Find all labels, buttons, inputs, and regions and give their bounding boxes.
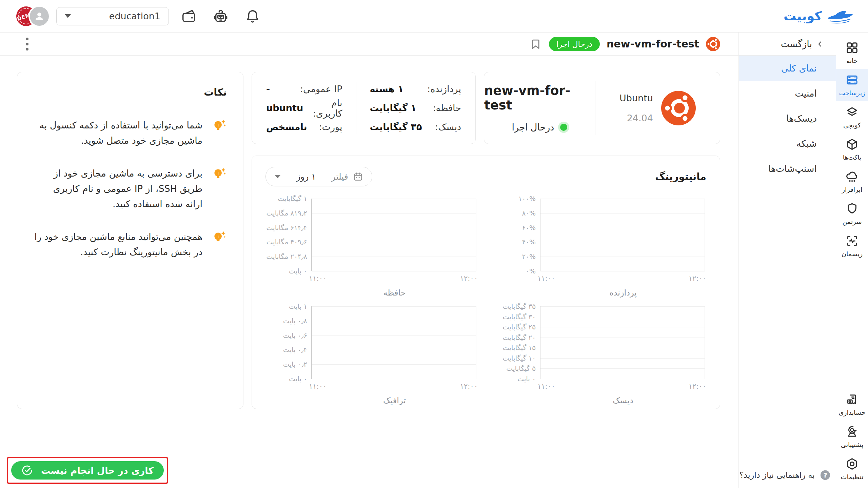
note-item: شما می‌توانید با استفاده از دکمه کنسول ب… bbox=[34, 118, 227, 148]
back-label: بازگشت bbox=[781, 39, 812, 49]
rail-item-label: ریسمان bbox=[842, 250, 863, 258]
gridline bbox=[540, 257, 705, 257]
gridline bbox=[312, 321, 476, 321]
x-tick-label: ۱۱:۰۰ bbox=[537, 382, 555, 390]
y-tick-label: ۴۰% bbox=[522, 238, 536, 246]
rail-item-accounting[interactable]: حسابداری bbox=[836, 388, 868, 421]
notifications-bell-icon[interactable] bbox=[245, 8, 260, 24]
spec-value: ubuntu bbox=[266, 103, 303, 113]
more-options-kebab-icon[interactable] bbox=[24, 36, 31, 53]
y-tick-label: ۱ بایت bbox=[289, 302, 307, 310]
gridline bbox=[312, 364, 476, 365]
rail-item-label: ابرافزار bbox=[842, 186, 862, 193]
rail-item-kubechi[interactable]: کوبچی bbox=[836, 101, 868, 133]
y-tick-label: ۸۱۹٫۲ مگابایت bbox=[266, 209, 307, 217]
rail-item-support[interactable]: پشتیبانی bbox=[836, 421, 868, 453]
y-tick-label: ۴۰۹٫۶ مگابایت bbox=[266, 238, 307, 246]
account-name: education1 bbox=[109, 11, 160, 21]
brand-name: کوبیت bbox=[784, 9, 822, 23]
y-tick-label: ۱۰۰% bbox=[518, 195, 536, 203]
sidebar-item-overview[interactable]: نمای کلی bbox=[739, 56, 836, 81]
monitoring-filter-dropdown[interactable]: فیلتر ۱ روز bbox=[265, 167, 372, 186]
status-toast[interactable]: کاری در حال انجام نیست bbox=[11, 461, 164, 480]
y-tick-label: ۶۰% bbox=[522, 224, 536, 232]
sidebar-item-disks[interactable]: دیسک‌ها bbox=[739, 106, 836, 131]
note-item: همچنین می‌توانید منابع ماشین مجازی خود ر… bbox=[34, 229, 227, 260]
vm-status-label: درحال اجرا bbox=[512, 122, 554, 133]
rail-item-label: باکت‌ها bbox=[843, 154, 862, 161]
y-axis-labels: ۱۰۰%۸۰%۶۰%۴۰%۲۰%۰% bbox=[494, 199, 536, 271]
account-dropdown[interactable]: education1 bbox=[56, 7, 169, 25]
content-area: Ubuntu 24.04 new-vm-for-test درحال اجرا bbox=[0, 56, 738, 488]
rail-item-settings[interactable]: تنظیمات bbox=[836, 453, 868, 485]
spec-value: ۳۵ گیگابایت bbox=[370, 122, 422, 132]
spec-label: IP عمومی: bbox=[300, 84, 342, 94]
cube-icon bbox=[845, 138, 859, 151]
sidebar-item-security[interactable]: امنیت bbox=[739, 81, 836, 106]
gridline bbox=[312, 336, 476, 336]
rail-item-infrastructure[interactable]: زیرساخت bbox=[836, 69, 868, 101]
spec-value: ۱ گیگابایت bbox=[370, 103, 416, 113]
gridline bbox=[540, 317, 705, 317]
spec-row-cpu: پردازنده: ۱ هسته bbox=[370, 84, 461, 94]
chevron-down-icon bbox=[65, 14, 71, 18]
rail-item-abrafzar[interactable]: ابرافزار bbox=[836, 165, 868, 198]
chart-title: ترافیک bbox=[311, 396, 478, 405]
chevron-left-icon bbox=[815, 40, 824, 48]
bookmark-icon[interactable] bbox=[529, 38, 542, 50]
status-badge: درحال اجرا bbox=[549, 37, 600, 51]
spec-row-port: پورت: نامشخص bbox=[266, 122, 342, 132]
sidebar-item-network[interactable]: شبکه bbox=[739, 131, 836, 156]
chart-plot-area bbox=[311, 306, 476, 379]
rail-item-label: سرتمن bbox=[842, 218, 862, 225]
sidebar-menu: بازگشت نمای کلی امنیت دیسک‌ها شبکه اسنپ‌… bbox=[738, 33, 836, 488]
rail-item-certman[interactable]: سرتمن bbox=[836, 198, 868, 230]
y-axis-labels: ۳۵ گیگابایت۳۰ گیگابایت۲۵ گیگابایت۲۰ گیگا… bbox=[494, 306, 536, 379]
monitoring-card: مانیتورینگ فیل bbox=[252, 156, 720, 409]
help-link[interactable]: ? به راهنمایی نیاز دارید؟ bbox=[739, 469, 831, 481]
gridline bbox=[540, 338, 705, 338]
robot-assistant-icon[interactable] bbox=[213, 8, 229, 24]
y-tick-label: ۳۰ گیگابایت bbox=[503, 313, 536, 321]
spec-label: پورت: bbox=[319, 122, 342, 132]
y-tick-label: ۲۰% bbox=[522, 252, 536, 261]
rail-item-buckets[interactable]: باکت‌ها bbox=[836, 133, 868, 165]
rail-item-risman[interactable]: ریسمان bbox=[836, 230, 868, 262]
status-dot-icon bbox=[560, 124, 567, 131]
brand-logo[interactable]: کوبیت bbox=[784, 8, 854, 24]
rail-item-home[interactable]: خانه bbox=[836, 37, 868, 69]
rail-item-label: پشتیبانی bbox=[841, 441, 863, 448]
spec-label: دیسک: bbox=[435, 122, 461, 132]
page-header: new-vm-for-test درحال اجرا bbox=[0, 33, 738, 56]
chart-plot-area bbox=[540, 199, 705, 271]
account-avatar[interactable]: DEMO bbox=[16, 5, 50, 27]
gridline bbox=[312, 199, 476, 199]
avatar[interactable] bbox=[28, 5, 50, 27]
x-tick-label: ۱۱:۰۰ bbox=[309, 382, 327, 390]
spec-row-memory: حافظه: ۱ گیگابایت bbox=[370, 103, 461, 113]
back-button[interactable]: بازگشت bbox=[739, 33, 836, 56]
gridline bbox=[540, 348, 705, 348]
filter-value: ۱ روز bbox=[296, 172, 316, 182]
gridline bbox=[312, 306, 476, 307]
y-axis-labels: ۱ بایت۰٫۸ بایت۰٫۶ بایت۰٫۴ بایت۰٫۲ بایت۰ … bbox=[265, 306, 307, 379]
y-tick-label: ۰ بایت bbox=[517, 375, 536, 383]
wallet-icon[interactable] bbox=[181, 8, 197, 24]
support-person-icon bbox=[845, 425, 859, 439]
chart-cpu: ۱۰۰%۸۰%۶۰%۴۰%۲۰%۰% ۱۱:۰۰ ۱۲:۰۰ پردازنده bbox=[494, 196, 706, 298]
y-tick-label: ۲۵ گیگابایت bbox=[503, 323, 536, 331]
y-tick-label: ۸۰% bbox=[522, 209, 536, 217]
monitoring-title: مانیتورینگ bbox=[655, 171, 706, 182]
topbar: DEMO education1 کوبیت bbox=[0, 0, 868, 33]
y-tick-label: ۱۵ گیگابایت bbox=[503, 344, 536, 352]
spec-row-public-ip: IP عمومی: - bbox=[266, 84, 342, 94]
y-tick-label: ۰٫۲ بایت bbox=[283, 360, 307, 368]
os-version: 24.04 bbox=[627, 113, 653, 123]
x-tick-label: ۱۲:۰۰ bbox=[689, 274, 706, 283]
sidebar-item-snapshots[interactable]: اسنپ‌شات‌ها bbox=[739, 156, 836, 181]
billing-receipt-icon bbox=[845, 393, 859, 406]
spec-row-username: نام کاربری: ubuntu bbox=[266, 98, 342, 119]
x-tick-label: ۱۲:۰۰ bbox=[460, 382, 478, 390]
y-tick-label: ۱۰ گیگابایت bbox=[503, 354, 536, 362]
chart-disk: ۳۵ گیگابایت۳۰ گیگابایت۲۵ گیگابایت۲۰ گیگا… bbox=[494, 304, 706, 405]
